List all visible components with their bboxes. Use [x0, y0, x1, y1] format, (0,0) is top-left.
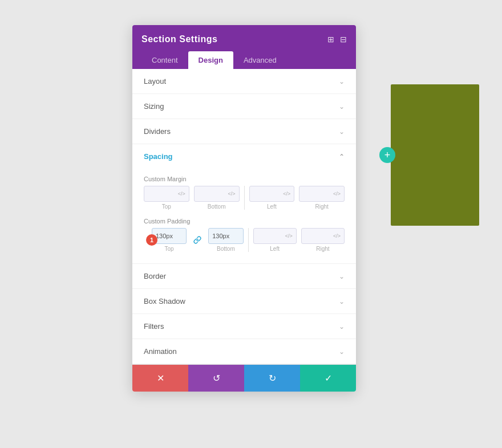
- margin-bottom-wrap: </> Bottom: [194, 186, 240, 210]
- chevron-animation: ⌄: [339, 348, 345, 356]
- section-layout[interactable]: Layout ⌄: [132, 69, 356, 94]
- section-border-label: Border: [144, 272, 166, 280]
- margin-right-input[interactable]: </>: [299, 186, 345, 202]
- add-section-button[interactable]: +: [379, 147, 395, 163]
- chevron-spacing: ⌃: [339, 153, 345, 161]
- margin-right-label: Right: [315, 203, 328, 210]
- reset-icon: ↺: [213, 373, 220, 384]
- padding-left-group: 130px Top 130px: [152, 228, 244, 252]
- padding-right-code: </>: [333, 233, 341, 239]
- plus-icon: +: [384, 149, 391, 161]
- spacing-content: Custom Margin </> Top </>: [132, 169, 356, 264]
- olive-preview-block: [391, 84, 479, 226]
- redo-button[interactable]: ↻: [244, 365, 300, 392]
- margin-left-code: </>: [283, 191, 290, 197]
- section-box-shadow-label: Box Shadow: [144, 297, 185, 306]
- padding-right-group: </> Left </> Right: [253, 228, 345, 252]
- chevron-border: ⌄: [339, 272, 345, 280]
- save-button[interactable]: ✓: [300, 365, 356, 392]
- padding-input-row: 130px Top 130px: [152, 228, 345, 252]
- badge-number: 1: [146, 234, 157, 246]
- padding-left-input[interactable]: </>: [253, 228, 297, 244]
- fullscreen-icon[interactable]: ⊞: [327, 35, 334, 44]
- panel-footer: ✕ ↺ ↻ ✓: [132, 364, 356, 392]
- section-border[interactable]: Border ⌄: [132, 264, 356, 289]
- margin-bottom-code: </>: [228, 191, 235, 197]
- section-spacing-label: Spacing: [144, 152, 173, 161]
- margin-top-label: Top: [162, 203, 171, 210]
- margin-input-row: </> Top </> Bottom: [144, 186, 345, 210]
- tab-content[interactable]: Content: [141, 51, 188, 69]
- padding-right-label: Right: [316, 246, 329, 252]
- section-dividers-label: Dividers: [144, 127, 171, 136]
- padding-right-wrap: </> Right: [301, 228, 345, 252]
- tabs: Content Design Advanced: [141, 51, 347, 69]
- section-sizing[interactable]: Sizing ⌄: [132, 94, 356, 119]
- padding-bottom-value: 130px: [212, 233, 229, 239]
- margin-top-code: </>: [178, 191, 185, 197]
- margin-left-input[interactable]: </>: [249, 186, 295, 202]
- tab-design[interactable]: Design: [188, 51, 233, 69]
- padding-row-wrap: 1 130px Top: [152, 228, 345, 252]
- chevron-box-shadow: ⌄: [339, 298, 345, 306]
- tab-advanced[interactable]: Advanced: [233, 51, 287, 69]
- section-animation-label: Animation: [144, 347, 177, 356]
- custom-padding-label: Custom Padding: [144, 218, 345, 225]
- margin-left-group: </> Top </> Bottom: [144, 186, 240, 210]
- section-sizing-label: Sizing: [144, 102, 164, 111]
- chevron-filters: ⌄: [339, 323, 345, 331]
- panel-header-icons: ⊞ ⊟: [327, 35, 347, 44]
- margin-divider: [244, 186, 245, 210]
- padding-link-icon[interactable]: [191, 228, 204, 252]
- margin-right-wrap: </> Right: [299, 186, 345, 210]
- margin-top-wrap: </> Top: [144, 186, 189, 210]
- chevron-sizing: ⌄: [339, 103, 345, 111]
- padding-divider: [248, 228, 249, 252]
- panel-header: Section Settings ⊞ ⊟ Content Design Adva…: [132, 25, 356, 69]
- panel-title: Section Settings: [141, 34, 217, 44]
- section-dividers[interactable]: Dividers ⌄: [132, 119, 356, 144]
- cancel-icon: ✕: [157, 373, 164, 384]
- redo-icon: ↻: [269, 373, 276, 384]
- section-filters[interactable]: Filters ⌄: [132, 314, 356, 339]
- padding-left-wrap2: </> Left: [253, 228, 297, 252]
- section-layout-label: Layout: [144, 77, 166, 85]
- custom-margin-label: Custom Margin: [144, 176, 345, 182]
- padding-top-value: 130px: [156, 233, 173, 239]
- padding-bottom-wrap: 130px Bottom: [208, 228, 243, 252]
- padding-right-input[interactable]: </>: [301, 228, 345, 244]
- margin-right-group: </> Left </> Right: [249, 186, 345, 210]
- chevron-dividers: ⌄: [339, 128, 345, 136]
- reset-button[interactable]: ↺: [188, 365, 244, 392]
- panel-body: Layout ⌄ Sizing ⌄ Dividers ⌄ Spacing ⌃ C…: [132, 69, 356, 364]
- section-animation[interactable]: Animation ⌄: [132, 339, 356, 364]
- padding-left-label: Left: [270, 246, 280, 252]
- padding-bottom-label: Bottom: [217, 246, 235, 252]
- padding-left-code: </>: [285, 233, 293, 239]
- section-spacing[interactable]: Spacing ⌃: [132, 144, 356, 169]
- grid-icon[interactable]: ⊟: [340, 35, 347, 44]
- padding-bottom-input[interactable]: 130px: [208, 228, 243, 244]
- save-icon: ✓: [325, 373, 332, 384]
- chevron-layout: ⌄: [339, 78, 345, 85]
- padding-top-label: Top: [165, 246, 174, 252]
- panel-title-row: Section Settings ⊞ ⊟: [141, 34, 347, 44]
- section-settings-panel: Section Settings ⊞ ⊟ Content Design Adva…: [132, 25, 356, 392]
- margin-bottom-label: Bottom: [208, 203, 226, 210]
- margin-left-wrap2: </> Left: [249, 186, 295, 210]
- margin-left-label: Left: [267, 203, 277, 210]
- cancel-button[interactable]: ✕: [132, 365, 188, 392]
- margin-top-input[interactable]: </>: [144, 186, 189, 202]
- margin-right-code: </>: [333, 191, 341, 197]
- margin-bottom-input[interactable]: </>: [194, 186, 240, 202]
- section-box-shadow[interactable]: Box Shadow ⌄: [132, 289, 356, 314]
- section-filters-label: Filters: [144, 322, 164, 331]
